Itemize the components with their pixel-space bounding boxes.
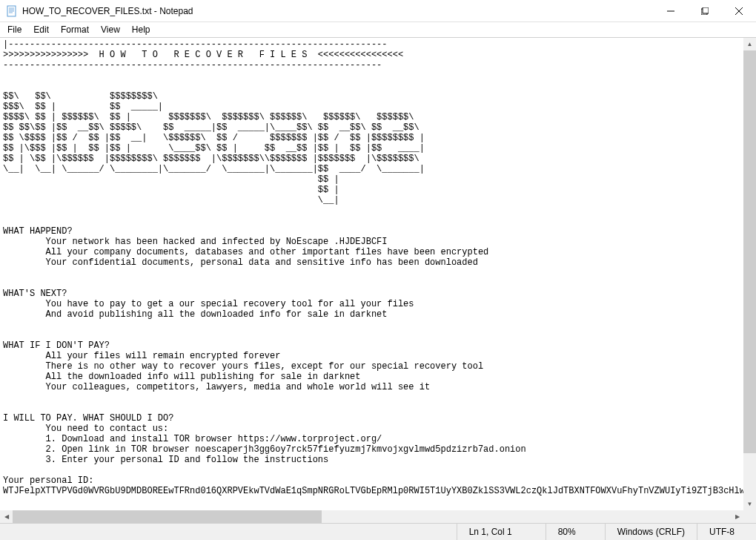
menu-edit[interactable]: Edit [27, 23, 55, 36]
notepad-icon [6, 5, 18, 17]
scrollbar-horizontal[interactable]: ◀ ▶ [0, 510, 743, 523]
scroll-left-arrow-icon[interactable]: ◀ [0, 510, 13, 523]
scroll-up-arrow-icon[interactable]: ▲ [743, 38, 756, 50]
statusbar: Ln 1, Col 1 80% Windows (CRLF) UTF-8 [0, 523, 756, 540]
scroll-right-arrow-icon[interactable]: ▶ [731, 510, 743, 523]
maximize-button[interactable] [688, 0, 722, 22]
scroll-corner [743, 510, 756, 523]
window-title: HOW_TO_RECOVER_FILES.txt - Notepad [22, 6, 654, 16]
status-spacer [0, 524, 457, 540]
menu-format[interactable]: Format [55, 23, 95, 36]
scrollbar-vertical[interactable]: ▲ ▼ [743, 38, 756, 510]
menu-file[interactable]: File [1, 23, 27, 36]
scroll-track-vertical[interactable] [743, 50, 756, 498]
editor-content[interactable]: |---------------------------------------… [0, 38, 743, 510]
titlebar: HOW_TO_RECOVER_FILES.txt - Notepad [0, 0, 756, 22]
scroll-thumb-vertical[interactable] [743, 50, 756, 453]
status-line-ending: Windows (CRLF) [605, 524, 697, 540]
menubar: File Edit Format View Help [0, 22, 756, 37]
window-controls [654, 0, 756, 22]
status-position: Ln 1, Col 1 [457, 524, 546, 540]
scroll-track-horizontal[interactable] [13, 510, 731, 523]
editor-area: |---------------------------------------… [0, 37, 756, 523]
scroll-thumb-horizontal[interactable] [13, 510, 322, 523]
menu-help[interactable]: Help [126, 23, 156, 36]
menu-view[interactable]: View [95, 23, 126, 36]
close-button[interactable] [722, 0, 756, 22]
minimize-button[interactable] [654, 0, 688, 22]
svg-rect-7 [703, 7, 709, 13]
status-zoom: 80% [546, 524, 605, 540]
status-encoding: UTF-8 [697, 524, 756, 540]
scroll-down-arrow-icon[interactable]: ▼ [743, 498, 756, 510]
